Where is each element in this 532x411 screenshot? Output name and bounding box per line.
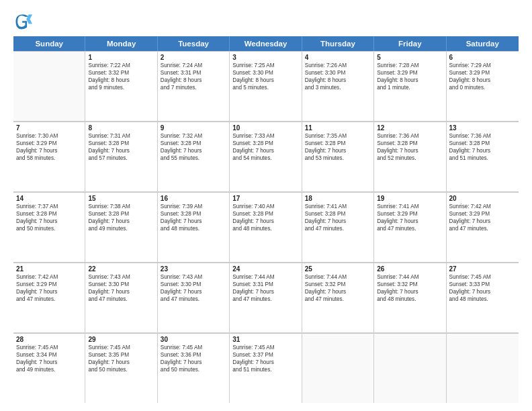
day-number: 6 <box>449 54 516 61</box>
day-cell-8: 8Sunrise: 7:31 AMSunset: 3:28 PMDaylight… <box>85 122 157 191</box>
day-info-line: Sunset: 3:28 PM <box>232 140 298 147</box>
day-cell-28: 28Sunrise: 7:45 AMSunset: 3:34 PMDayligh… <box>13 334 85 403</box>
calendar-row-2: 7Sunrise: 7:30 AMSunset: 3:29 PMDaylight… <box>13 122 519 192</box>
day-cell-25: 25Sunrise: 7:44 AMSunset: 3:32 PMDayligh… <box>302 263 374 332</box>
day-info-line: Sunrise: 7:45 AM <box>232 344 298 351</box>
day-info-line: Sunrise: 7:41 AM <box>377 203 443 210</box>
day-info-line: Daylight: 7 hours <box>88 288 154 295</box>
day-number: 14 <box>16 195 82 202</box>
day-info-line: Sunrise: 7:33 AM <box>232 132 298 140</box>
day-cell-19: 19Sunrise: 7:41 AMSunset: 3:29 PMDayligh… <box>374 193 446 262</box>
day-info-line: Sunset: 3:29 PM <box>377 210 443 218</box>
day-info-line: Sunrise: 7:43 AM <box>161 273 226 281</box>
day-info-line: Sunrise: 7:36 AM <box>377 132 443 140</box>
logo-icon <box>13 12 32 31</box>
day-number: 17 <box>232 195 298 202</box>
day-number: 22 <box>88 265 154 273</box>
day-number: 7 <box>16 124 82 132</box>
day-info-line: Sunset: 3:33 PM <box>449 281 516 288</box>
day-info-line: Sunrise: 7:25 AM <box>232 62 298 69</box>
day-info-line: Sunset: 3:32 PM <box>88 69 154 77</box>
empty-cell <box>374 334 446 403</box>
day-info-line: Sunrise: 7:37 AM <box>16 203 82 210</box>
day-cell-23: 23Sunrise: 7:43 AMSunset: 3:30 PMDayligh… <box>158 263 230 332</box>
day-info-line: and 58 minutes. <box>16 154 82 162</box>
day-info-line: Sunset: 3:28 PM <box>88 210 154 218</box>
day-number: 11 <box>305 124 371 132</box>
day-info-line: and 57 minutes. <box>88 154 154 162</box>
day-cell-3: 3Sunrise: 7:25 AMSunset: 3:30 PMDaylight… <box>230 52 302 121</box>
day-info-line: and 47 minutes. <box>305 295 371 303</box>
day-number: 3 <box>232 54 298 61</box>
day-info-line: Daylight: 7 hours <box>88 359 154 366</box>
empty-cell <box>447 334 519 403</box>
day-info-line: Sunset: 3:30 PM <box>305 69 371 77</box>
day-info-line: Sunrise: 7:45 AM <box>449 273 516 281</box>
day-info-line: Daylight: 7 hours <box>305 147 371 154</box>
day-info-line: Sunrise: 7:45 AM <box>88 344 154 351</box>
day-info-line: Sunrise: 7:40 AM <box>232 203 298 210</box>
day-info-line: and 48 minutes. <box>232 225 298 232</box>
day-info-line: Sunrise: 7:44 AM <box>232 273 298 281</box>
day-info-line: Daylight: 7 hours <box>232 218 298 225</box>
weekday-header-saturday: Saturday <box>447 36 519 51</box>
day-info-line: Sunset: 3:32 PM <box>377 281 443 288</box>
day-info-line: Sunset: 3:29 PM <box>449 210 516 218</box>
day-info-line: Sunset: 3:34 PM <box>16 351 82 359</box>
day-cell-18: 18Sunrise: 7:41 AMSunset: 3:28 PMDayligh… <box>302 193 374 262</box>
day-info-line: Daylight: 7 hours <box>449 288 516 295</box>
day-info-line: Sunset: 3:29 PM <box>16 140 82 147</box>
day-info-line: and 50 minutes. <box>88 366 154 373</box>
day-number: 31 <box>232 336 298 343</box>
day-cell-1: 1Sunrise: 7:22 AMSunset: 3:32 PMDaylight… <box>85 52 157 121</box>
day-info-line: Sunrise: 7:30 AM <box>16 132 82 140</box>
day-info-line: Sunset: 3:30 PM <box>232 69 298 77</box>
day-info-line: Sunrise: 7:35 AM <box>305 132 371 140</box>
day-cell-10: 10Sunrise: 7:33 AMSunset: 3:28 PMDayligh… <box>230 122 302 191</box>
day-info-line: Daylight: 7 hours <box>377 288 443 295</box>
day-number: 18 <box>305 195 371 202</box>
day-info-line: and 51 minutes. <box>232 366 298 373</box>
day-number: 26 <box>377 265 443 273</box>
day-info-line: Sunset: 3:35 PM <box>88 351 154 359</box>
day-info-line: Sunrise: 7:22 AM <box>88 62 154 69</box>
day-number: 2 <box>161 54 226 61</box>
day-number: 4 <box>305 54 371 61</box>
day-info-line: and 50 minutes. <box>16 225 82 232</box>
calendar-header: SundayMondayTuesdayWednesdayThursdayFrid… <box>13 36 519 51</box>
day-info-line: Sunset: 3:28 PM <box>88 140 154 147</box>
day-info-line: Sunrise: 7:39 AM <box>161 203 226 210</box>
day-info-line: Sunset: 3:31 PM <box>232 281 298 288</box>
logo <box>13 12 35 31</box>
day-info-line: Sunrise: 7:31 AM <box>88 132 154 140</box>
day-info-line: Sunrise: 7:24 AM <box>161 62 226 69</box>
day-info-line: Sunrise: 7:41 AM <box>305 203 371 210</box>
day-info-line: Sunset: 3:29 PM <box>377 69 443 77</box>
day-info-line: Sunset: 3:28 PM <box>232 210 298 218</box>
day-number: 19 <box>377 195 443 202</box>
day-info-line: Sunset: 3:30 PM <box>161 281 226 288</box>
day-cell-7: 7Sunrise: 7:30 AMSunset: 3:29 PMDaylight… <box>13 122 85 191</box>
day-info-line: Sunrise: 7:29 AM <box>449 62 516 69</box>
weekday-header-wednesday: Wednesday <box>230 36 302 51</box>
day-info-line: Daylight: 7 hours <box>88 147 154 154</box>
day-info-line: Sunrise: 7:28 AM <box>377 62 443 69</box>
day-number: 21 <box>16 265 82 273</box>
day-cell-29: 29Sunrise: 7:45 AMSunset: 3:35 PMDayligh… <box>85 334 157 403</box>
day-number: 27 <box>449 265 516 273</box>
day-number: 20 <box>449 195 516 202</box>
day-cell-14: 14Sunrise: 7:37 AMSunset: 3:28 PMDayligh… <box>13 193 85 262</box>
day-info-line: Sunset: 3:30 PM <box>88 281 154 288</box>
day-info-line: and 48 minutes. <box>161 225 226 232</box>
day-info-line: Daylight: 7 hours <box>88 218 154 225</box>
day-info-line: and 47 minutes. <box>449 225 516 232</box>
weekday-header-monday: Monday <box>85 36 157 51</box>
day-info-line: Daylight: 8 hours <box>232 77 298 84</box>
day-info-line: Sunrise: 7:45 AM <box>161 344 226 351</box>
day-info-line: and 47 minutes. <box>161 295 226 303</box>
day-number: 29 <box>88 336 154 343</box>
day-info-line: and 48 minutes. <box>377 295 443 303</box>
day-info-line: and 0 minutes. <box>449 84 516 91</box>
day-number: 5 <box>377 54 443 61</box>
day-info-line: Sunrise: 7:36 AM <box>449 132 516 140</box>
